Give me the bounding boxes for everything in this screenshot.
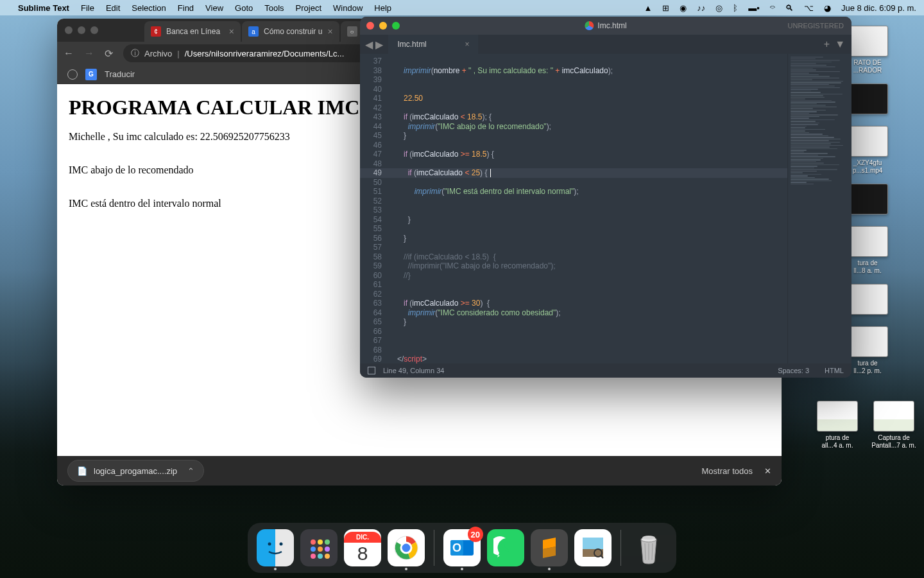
sublime-app[interactable] — [531, 529, 568, 566]
svg-point-5 — [311, 547, 316, 552]
favicon-icon: ○ — [347, 26, 357, 37]
cal-day: 8 — [357, 543, 368, 565]
code-editor[interactable]: imprimir(nombre + " , Su imc calculado e… — [387, 54, 787, 363]
svg-point-23 — [642, 536, 655, 539]
desktop-icons-row: ptura deall...4 a. m.Captura dePantall..… — [812, 401, 919, 450]
chrome-app[interactable] — [388, 529, 425, 566]
whatsapp-app[interactable] — [487, 529, 524, 566]
launchpad-app[interactable] — [300, 529, 338, 566]
finder-app[interactable] — [257, 529, 294, 566]
svg-point-9 — [318, 554, 323, 559]
tuning-icon[interactable]: ♪♪ — [697, 3, 705, 13]
desktop-file[interactable]: Captura dePantall...7 a. m. — [869, 401, 919, 450]
translate-icon[interactable]: G — [85, 69, 97, 80]
download-item[interactable]: 📄 logica_progamac....zip ⌃ — [67, 460, 204, 482]
desktop-file[interactable]: ptura deall...4 a. m. — [812, 401, 862, 450]
svg-point-1 — [280, 543, 283, 546]
svg-point-0 — [268, 543, 271, 546]
close-tab-icon[interactable]: × — [224, 26, 234, 37]
unregistered-label: UNREGISTERED — [788, 22, 844, 30]
outlook-app[interactable]: O 20 — [443, 529, 481, 566]
svg-point-7 — [325, 547, 330, 552]
titlebar: Imc.html UNREGISTERED — [360, 17, 851, 35]
forward-button: → — [84, 48, 94, 59]
syntax-status[interactable]: HTML — [825, 367, 844, 374]
menu-find[interactable]: Find — [178, 3, 194, 13]
browser-tab[interactable]: ¢ Banca en Línea × — [144, 21, 241, 42]
url-scheme: Archivo — [144, 49, 172, 58]
wifi-icon[interactable]: ⌔ — [770, 3, 775, 13]
show-all-downloads[interactable]: Mostrar todos — [702, 466, 753, 476]
file-type-icon — [585, 21, 594, 30]
bluetooth-icon[interactable]: ᛒ — [733, 3, 738, 13]
status-bar: Line 49, Column 34 Spaces: 3 HTML — [360, 363, 851, 378]
new-tab-icon[interactable]: + — [824, 39, 830, 50]
tab-history-nav[interactable]: ◀ ▶ — [360, 35, 388, 54]
close-tab-icon[interactable]: × — [465, 40, 469, 49]
notch-icon[interactable]: ▲ — [644, 3, 652, 13]
file-tab[interactable]: Imc.html × — [388, 35, 478, 54]
calendar-app[interactable]: DIC. 8 — [344, 529, 381, 566]
menu-help[interactable]: Help — [374, 3, 391, 13]
close-bar-icon[interactable]: ✕ — [764, 466, 771, 476]
control-center-icon[interactable]: ⌥ — [804, 3, 814, 13]
traffic-lights[interactable] — [366, 22, 400, 30]
globe-icon[interactable] — [67, 69, 78, 80]
svg-point-2 — [311, 539, 316, 545]
window-title: Imc.html — [585, 21, 626, 30]
minimap[interactable] — [787, 54, 851, 363]
siri-icon[interactable]: ◕ — [824, 3, 831, 13]
file-tab-name: Imc.html — [397, 40, 426, 49]
svg-point-4 — [325, 539, 330, 545]
line-gutter[interactable]: 3738394041424344454647484950515253545556… — [360, 54, 387, 363]
tab-title: Cómo construir u — [264, 27, 322, 36]
url-path: /Users/nilsonriveraramirez/Documents/Lc.… — [185, 49, 345, 58]
reload-button[interactable]: ⟳ — [105, 48, 113, 60]
cal-month: DIC. — [344, 532, 381, 543]
panel-toggle-icon[interactable] — [368, 367, 375, 374]
record-icon[interactable]: ◉ — [680, 3, 687, 13]
svg-point-8 — [311, 554, 316, 559]
sublime-window: Imc.html UNREGISTERED ◀ ▶ Imc.html × + ▼… — [360, 17, 851, 378]
menu-view[interactable]: View — [205, 3, 223, 13]
clock[interactable]: Jue 8 dic. 6:09 p. m. — [841, 3, 916, 13]
menu-edit[interactable]: Edit — [106, 3, 120, 13]
translate-label[interactable]: Traducir — [105, 69, 135, 79]
traffic-lights[interactable] — [65, 26, 98, 34]
svg-text:O: O — [452, 541, 461, 554]
download-filename: logica_progamac....zip — [94, 466, 177, 476]
tab-title: Banca en Línea — [166, 27, 220, 36]
site-info-icon[interactable]: ⓘ — [131, 48, 139, 59]
close-tab-icon[interactable]: × — [322, 26, 332, 37]
menu-window[interactable]: Window — [333, 3, 363, 13]
favicon-icon: a — [248, 26, 259, 37]
browser-tab[interactable]: a Cómo construir u × — [242, 21, 339, 42]
favicon-icon: ¢ — [151, 26, 161, 37]
file-icon: 📄 — [77, 466, 87, 476]
back-button[interactable]: ← — [64, 48, 74, 59]
spotlight-icon[interactable]: 🔍︎ — [785, 3, 794, 13]
battery-icon[interactable]: ▬▪ — [748, 3, 760, 13]
preview-app[interactable] — [574, 529, 612, 566]
tab-menu-icon[interactable]: ▼ — [835, 39, 845, 50]
menubar: Sublime Text File Edit Selection Find Vi… — [0, 0, 924, 15]
menu-selection[interactable]: Selection — [132, 3, 166, 13]
file-tabs: ◀ ▶ Imc.html × + ▼ — [360, 35, 851, 54]
trash[interactable] — [630, 529, 667, 566]
menu-file[interactable]: File — [81, 3, 94, 13]
indentation-status[interactable]: Spaces: 3 — [778, 367, 809, 374]
menu-tools[interactable]: Tools — [264, 3, 284, 13]
svg-point-6 — [318, 547, 323, 552]
app-menu[interactable]: Sublime Text — [18, 3, 69, 13]
downloads-bar: 📄 logica_progamac....zip ⌃ Mostrar todos… — [57, 456, 782, 486]
chevron-up-icon[interactable]: ⌃ — [187, 466, 194, 476]
svg-point-10 — [325, 554, 330, 559]
notification-badge: 20 — [468, 527, 483, 542]
svg-point-3 — [318, 539, 323, 545]
display-icon[interactable]: ⊞ — [662, 3, 669, 13]
airdrop-icon[interactable]: ◎ — [715, 3, 723, 13]
dock: DIC. 8 O 20 — [248, 523, 676, 573]
menu-project[interactable]: Project — [296, 3, 321, 13]
menu-goto[interactable]: Goto — [235, 3, 253, 13]
cursor-position: Line 49, Column 34 — [383, 367, 444, 374]
